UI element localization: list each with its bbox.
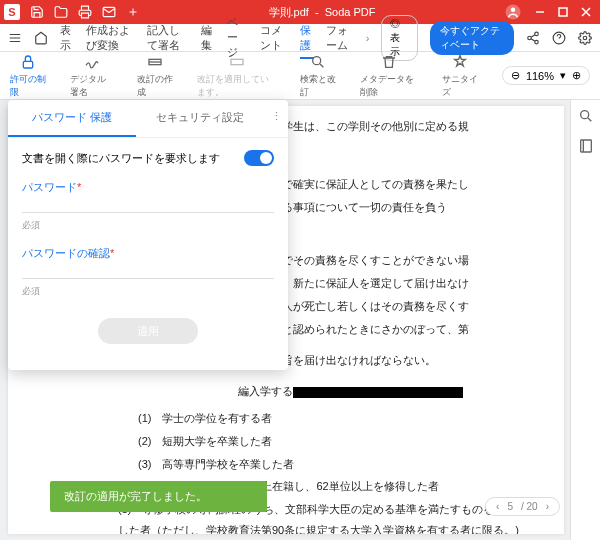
menu-comment[interactable]: コメント — [260, 23, 288, 53]
toast-message: 改訂の適用が完了しました。 — [50, 481, 267, 512]
signature-icon — [83, 53, 101, 71]
pager[interactable]: ‹ 5 / 20 › — [485, 497, 560, 516]
toolbar: 許可の制限 デジタル署名 改訂の作成 改訂を適用しています。 検索と改訂 メタデ… — [0, 52, 600, 100]
page-current: 5 — [507, 501, 513, 512]
sanitize-icon — [451, 53, 469, 71]
apply-icon — [228, 53, 246, 71]
activate-button[interactable]: 今すぐアクティベート — [430, 21, 514, 55]
tool-delmeta[interactable]: メタデータを削除 — [360, 53, 418, 99]
panel-more-icon[interactable]: ⋮ — [264, 100, 288, 137]
page-total: / 20 — [521, 501, 538, 512]
svg-point-13 — [580, 111, 588, 119]
menu-form[interactable]: フォーム — [326, 23, 354, 53]
require-password-label: 文書を開く際にパスワードを要求します — [22, 151, 220, 166]
plus-icon[interactable] — [126, 5, 140, 19]
account-icon[interactable] — [504, 3, 522, 21]
app-name: Soda PDF — [325, 6, 376, 18]
page-next-icon[interactable]: › — [546, 501, 549, 512]
print-icon[interactable] — [78, 5, 92, 19]
svg-rect-11 — [231, 59, 243, 64]
home-icon[interactable] — [34, 31, 48, 45]
folder-icon[interactable] — [54, 5, 68, 19]
svg-point-2 — [511, 8, 516, 13]
svg-rect-14 — [580, 140, 591, 152]
hamburger-icon[interactable] — [8, 31, 22, 45]
menu-more-icon[interactable]: › — [366, 32, 370, 44]
content-area: を有する学生は、この学則その他別に定める規 を営む者で確実に保証人としての責務を… — [0, 100, 600, 540]
menubar: 表示 作成および変換 記入して署名 編集 ページ コメント 保護 フォーム › … — [0, 24, 600, 52]
menu-edit[interactable]: 編集 — [201, 23, 215, 53]
require-password-toggle[interactable] — [244, 150, 274, 166]
required-hint-2: 必須 — [22, 285, 274, 298]
right-sidebar — [570, 100, 600, 540]
zoom-dropdown-icon[interactable]: ▾ — [560, 69, 566, 82]
svg-rect-3 — [559, 8, 567, 16]
metadata-icon — [380, 53, 398, 71]
page-prev-icon[interactable]: ‹ — [496, 501, 499, 512]
save-icon[interactable] — [30, 5, 44, 19]
svg-point-5 — [528, 36, 532, 40]
mail-icon[interactable] — [102, 5, 116, 19]
thumbnails-icon[interactable] — [578, 138, 594, 154]
tool-restrict[interactable]: 許可の制限 — [10, 53, 46, 99]
svg-rect-9 — [23, 61, 32, 68]
zoom-control[interactable]: ⊖ 116% ▾ ⊕ — [502, 66, 590, 85]
minimize-icon[interactable] — [534, 6, 546, 18]
maximize-icon[interactable] — [558, 7, 568, 17]
app-logo: S — [4, 4, 20, 20]
apply-button[interactable]: 適用 — [98, 318, 198, 344]
search-icon[interactable] — [578, 108, 594, 124]
tool-sanitize[interactable]: サニタイズ — [442, 53, 478, 99]
menu-view[interactable]: 表示 — [60, 23, 74, 53]
tool-applyrev: 改訂を適用しています。 — [197, 53, 276, 99]
tool-digisig[interactable]: デジタル署名 — [70, 53, 113, 99]
zoom-in-icon[interactable]: ⊕ — [572, 69, 581, 82]
svg-point-6 — [535, 40, 539, 44]
confirm-password-field[interactable]: パスワードの確認* — [22, 246, 274, 279]
svg-point-8 — [583, 36, 587, 40]
svg-point-12 — [313, 56, 321, 64]
tool-revise[interactable]: 改訂の作成 — [137, 53, 173, 99]
tool-search[interactable]: 検索と改訂 — [300, 53, 336, 99]
share-icon[interactable] — [526, 31, 540, 45]
search-redact-icon — [309, 53, 327, 71]
svg-point-4 — [535, 32, 539, 36]
zoom-out-icon[interactable]: ⊖ — [511, 69, 520, 82]
doc-title: 学則.pdf — [269, 6, 309, 18]
zoom-value: 116% — [526, 70, 554, 82]
tab-password[interactable]: パスワード 保護 — [8, 100, 136, 137]
tab-security[interactable]: セキュリティ設定 — [136, 100, 264, 137]
gear-icon[interactable] — [578, 31, 592, 45]
menu-sign[interactable]: 記入して署名 — [147, 23, 189, 53]
redact-icon — [146, 53, 164, 71]
menu-create[interactable]: 作成および変換 — [86, 23, 135, 53]
password-panel: パスワード 保護 セキュリティ設定 ⋮ 文書を開く際にパスワードを要求します パ… — [8, 100, 288, 370]
titlebar: S 学則.pdf - Soda PDF — [0, 0, 600, 24]
password-field[interactable]: パスワード* — [22, 180, 274, 213]
help-icon[interactable] — [552, 31, 566, 45]
close-icon[interactable] — [580, 6, 592, 18]
lock-icon — [19, 53, 37, 71]
required-hint: 必須 — [22, 219, 274, 232]
